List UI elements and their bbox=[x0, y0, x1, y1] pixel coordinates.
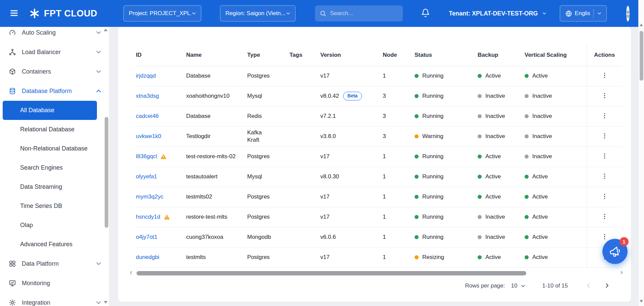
sidebar-item-integration[interactable]: Integration bbox=[0, 293, 109, 306]
sidebar-item-load-balancer[interactable]: Load Balancer bbox=[0, 42, 109, 62]
brand: FPT CLOUD bbox=[29, 8, 97, 19]
backup-status-label: Active bbox=[485, 153, 501, 160]
backup-status-dot bbox=[478, 94, 482, 98]
row-actions-menu-button[interactable] bbox=[599, 211, 610, 223]
sidebar-scrollbar[interactable] bbox=[105, 117, 108, 228]
announcements-fab[interactable]: 1 bbox=[602, 239, 628, 264]
row-actions-menu-button[interactable] bbox=[599, 70, 610, 82]
database-version: v7.2.1 bbox=[320, 113, 336, 119]
database-id-link[interactable]: mym3q2yc bbox=[136, 193, 163, 200]
row-actions-menu-button[interactable] bbox=[599, 171, 610, 183]
sidebar-menu: Auto ScalingLoad BalancerContainersDatab… bbox=[0, 27, 109, 306]
vertical-scaling-status-label: Active bbox=[532, 193, 548, 200]
status-label: Running bbox=[422, 234, 443, 240]
sidebar-item-olap[interactable]: Olap bbox=[0, 216, 109, 235]
table-row: olyyefa1testautoalertMysqlv8.0.301Runnin… bbox=[136, 167, 622, 187]
chevron-down-icon bbox=[95, 260, 102, 267]
warning-icon bbox=[160, 153, 167, 160]
search-icon bbox=[320, 10, 326, 17]
sidebar-item-advanced-features[interactable]: Advanced Features bbox=[0, 235, 109, 254]
backup-status-label: Active bbox=[485, 73, 501, 79]
project-dropdown[interactable]: Project: PROJECT_XPL... bbox=[123, 5, 201, 21]
search-input[interactable] bbox=[330, 10, 398, 17]
vertical-scaling-status-dot bbox=[525, 74, 529, 78]
kebab-icon bbox=[601, 233, 608, 240]
avatar[interactable] bbox=[626, 6, 630, 21]
sidebar-item-search-engines[interactable]: Search Engines bbox=[0, 158, 109, 177]
backup-status-label: Inactive bbox=[485, 214, 505, 220]
language-dropdown[interactable]: English bbox=[560, 5, 607, 21]
backup-status-label: Inactive bbox=[485, 234, 505, 240]
page-scroll-down-icon[interactable] bbox=[640, 300, 643, 303]
region-dropdown[interactable]: Region: Saigon (Vietn... bbox=[220, 5, 296, 21]
sidebar-item-database-platform[interactable]: Database Platform bbox=[0, 81, 109, 101]
notifications-button[interactable] bbox=[421, 8, 430, 18]
database-id-link[interactable]: xtna3dsg bbox=[136, 93, 159, 99]
sidebar-item-all-database[interactable]: All Database bbox=[3, 101, 97, 120]
database-id-link[interactable]: irjdzqqd bbox=[136, 73, 156, 79]
table-row: uvkwe1k0TestlogdirKafka Kraftv3.8.03Warn… bbox=[136, 126, 622, 146]
row-actions-menu-button[interactable] bbox=[599, 191, 610, 203]
database-id-link[interactable]: olyyefa1 bbox=[136, 173, 157, 180]
row-actions-menu-button[interactable] bbox=[599, 90, 610, 102]
sidebar-item-monitoring[interactable]: Monitoring bbox=[0, 273, 109, 293]
chevron-up-icon bbox=[95, 87, 102, 95]
sidebar-scroll-up-icon[interactable] bbox=[104, 29, 108, 31]
database-node-count: 1 bbox=[383, 73, 386, 79]
rows-per-page-value: 10 bbox=[511, 282, 518, 289]
vertical-scaling-status-label: Active bbox=[532, 173, 548, 180]
vertical-scaling-status-dot bbox=[525, 175, 529, 179]
vertical-scaling-status-dot bbox=[525, 235, 529, 239]
row-actions-menu-button[interactable] bbox=[599, 110, 610, 122]
database-id-link[interactable]: dunedgbi bbox=[136, 254, 159, 260]
status-label: Running bbox=[422, 193, 443, 200]
status-dot bbox=[415, 74, 419, 78]
sidebar-item-data-streaming[interactable]: Data Streaming bbox=[0, 177, 109, 196]
sidebar-item-time-series-db[interactable]: Time Series DB bbox=[0, 196, 109, 216]
horizontal-scroll-thumb[interactable] bbox=[137, 271, 526, 275]
database-table: IDNameTypeTagsVersionNodeStatusBackupVer… bbox=[136, 44, 622, 268]
backup-status-label: Active bbox=[485, 254, 501, 260]
chevron-down-icon bbox=[542, 11, 547, 16]
hamburger-menu-button[interactable] bbox=[9, 8, 19, 19]
chevron-down-icon bbox=[191, 11, 197, 16]
rows-per-page-select[interactable]: 10 bbox=[511, 282, 526, 289]
database-id-link[interactable]: o4jy7ot1 bbox=[136, 234, 157, 240]
chevron-down-icon bbox=[285, 11, 291, 16]
page-scroll-up-icon[interactable] bbox=[640, 24, 643, 26]
backup-status-label: Active bbox=[485, 173, 501, 180]
status-label: Warning bbox=[422, 133, 443, 139]
database-type: Mysql bbox=[247, 173, 262, 180]
page-scroll-thumb[interactable] bbox=[640, 31, 643, 81]
database-name: restore-test-mlts bbox=[186, 214, 227, 220]
horizontal-scroll-track[interactable] bbox=[136, 271, 617, 275]
sidebar-item-containers[interactable]: Containers bbox=[0, 62, 109, 81]
scroll-left-button[interactable] bbox=[128, 270, 133, 276]
database-id-link[interactable]: l836gqcl bbox=[136, 153, 157, 160]
tenant-dropdown[interactable]: Tenant: XPLAT-DEV-TEST-ORG bbox=[449, 10, 547, 17]
sidebar-item-non-relational-database[interactable]: Non-Relational Database bbox=[0, 139, 109, 158]
backup-status-dot bbox=[478, 255, 482, 259]
user-icon bbox=[626, 8, 630, 18]
sidebar-item-relational-database[interactable]: Relational Database bbox=[0, 120, 109, 139]
data-platform-icon bbox=[9, 260, 16, 267]
database-version: v6.0.6 bbox=[320, 234, 336, 240]
sidebar-item-data-platform[interactable]: Data Platform bbox=[0, 254, 109, 273]
database-id-link[interactable]: uvkwe1k0 bbox=[136, 133, 161, 139]
kebab-icon bbox=[601, 92, 608, 99]
database-id-link[interactable]: cadcei46 bbox=[136, 113, 159, 119]
next-page-button[interactable] bbox=[603, 282, 611, 290]
row-actions-menu-button[interactable] bbox=[599, 150, 610, 163]
backup-status-dot bbox=[478, 155, 482, 159]
auto-scaling-icon bbox=[9, 29, 16, 36]
scroll-right-button[interactable] bbox=[619, 270, 624, 276]
sidebar-scroll-down-icon[interactable] bbox=[104, 301, 108, 304]
database-name: testmlts02 bbox=[186, 193, 212, 200]
sidebar-item-auto-scaling[interactable]: Auto Scaling bbox=[0, 27, 109, 42]
database-type: Postgres bbox=[247, 72, 270, 80]
row-actions-menu-button[interactable] bbox=[599, 130, 610, 142]
database-id-link[interactable]: hsncdy1d bbox=[136, 214, 160, 220]
prev-page-button[interactable] bbox=[585, 282, 592, 290]
page-scrollbar[interactable] bbox=[638, 0, 644, 306]
monitoring-icon bbox=[9, 279, 16, 287]
